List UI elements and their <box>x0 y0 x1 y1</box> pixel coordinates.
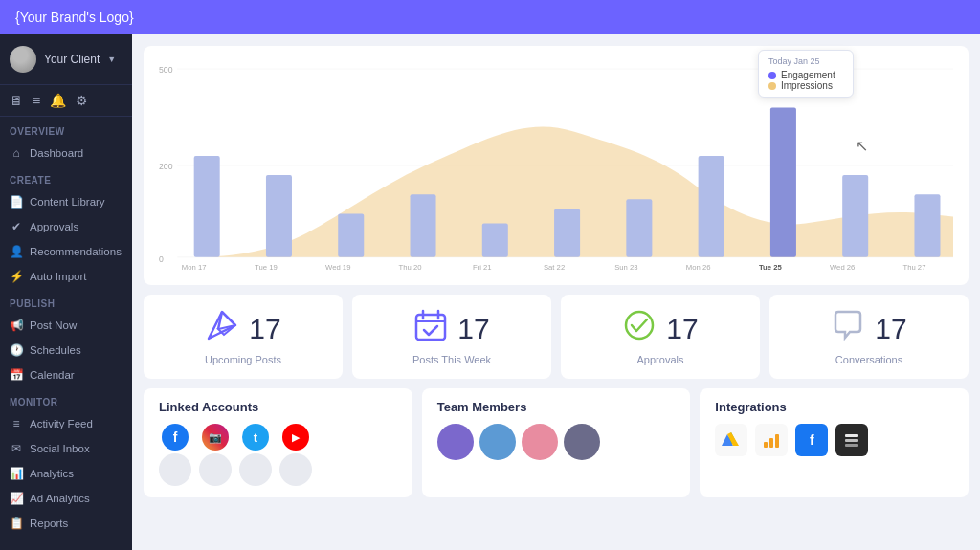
posts-week-label: Posts This Week <box>412 354 491 365</box>
clock-icon: 🕐 <box>10 343 23 357</box>
google-drive-icon[interactable] <box>715 424 747 456</box>
bar-9-active <box>770 107 796 256</box>
twitter-avatar <box>239 453 272 486</box>
sidebar-item-label: Auto Import <box>30 271 86 282</box>
sidebar-item-label: Post Now <box>30 319 77 331</box>
sidebar-item-post-now[interactable]: 📢 Post Now <box>0 313 132 338</box>
sidebar-item-schedules[interactable]: 🕐 Schedules <box>0 338 132 363</box>
calendar-icon: 📅 <box>10 368 23 382</box>
stat-main-upcoming: 17 <box>205 308 280 350</box>
sidebar-item-label: Analytics <box>30 468 74 479</box>
sidebar-item-social-inbox[interactable]: ✉ Social Inbox <box>0 436 132 461</box>
twitter-account[interactable]: t <box>239 424 272 486</box>
analytics-chart-icon[interactable] <box>755 424 788 456</box>
chart-card: 500 200 0 <box>144 46 969 285</box>
list-icon[interactable]: ≡ <box>33 93 40 108</box>
facebook-icon: f <box>162 424 189 451</box>
conversations-label: Conversations <box>835 354 902 365</box>
member-avatar-4 <box>564 424 600 460</box>
sidebar-item-dashboard[interactable]: ⌂ Dashboard <box>0 141 132 165</box>
fb-letter: f <box>810 432 814 448</box>
sidebar-item-calendar[interactable]: 📅 Calendar <box>0 363 132 387</box>
sidebar-toolbar: 🖥 ≡ 🔔 ⚙ <box>0 85 132 117</box>
svg-text:Sun 23: Sun 23 <box>614 263 638 272</box>
twitter-icon: t <box>242 424 269 451</box>
facebook-account[interactable]: f <box>159 424 191 486</box>
stat-card-approvals: 17 Approvals <box>561 295 760 379</box>
youtube-account[interactable]: ▶ <box>279 424 312 486</box>
integrations-title: Integrations <box>715 400 953 414</box>
svg-text:Fri 21: Fri 21 <box>473 263 492 272</box>
document-icon: 📄 <box>10 195 23 209</box>
bar-5 <box>482 224 508 257</box>
member-avatar-2 <box>479 424 516 460</box>
posts-week-count: 17 <box>457 313 489 345</box>
svg-text:Thu 27: Thu 27 <box>902 263 925 272</box>
svg-text:Thu 20: Thu 20 <box>399 263 423 272</box>
dropdown-arrow-icon: ▼ <box>107 55 116 64</box>
svg-rect-33 <box>845 439 858 442</box>
engagement-dot <box>768 72 776 79</box>
integrations-card: Integrations <box>700 388 969 497</box>
linked-accounts-card: Linked Accounts f 📷 t <box>144 388 412 497</box>
feed-icon: ≡ <box>10 417 23 430</box>
svg-text:500: 500 <box>159 65 173 75</box>
top-bar: {Your Brand's Logo} <box>0 0 980 34</box>
team-member-avatars <box>437 424 676 460</box>
team-members-card: Team Members <box>422 388 691 497</box>
sidebar-item-approvals[interactable]: ✔ Approvals <box>0 214 132 239</box>
stat-main-approvals: 17 <box>622 308 698 350</box>
youtube-icon: ▶ <box>282 424 309 451</box>
conversations-count: 17 <box>875 313 906 345</box>
calendar-check-icon <box>413 308 448 350</box>
sidebar-item-ad-analytics[interactable]: 📈 Ad Analytics <box>0 486 132 511</box>
bar-6 <box>554 209 580 256</box>
integration-icons: f <box>715 424 953 456</box>
stat-card-posts-week: 17 Posts This Week <box>352 295 551 379</box>
sidebar-item-content-library[interactable]: 📄 Content Library <box>0 189 132 214</box>
bar-11 <box>914 194 940 257</box>
main-content: 500 200 0 <box>132 34 980 550</box>
instagram-account[interactable]: 📷 <box>199 424 232 486</box>
sidebar-item-label: Schedules <box>30 344 81 356</box>
svg-text:200: 200 <box>159 162 173 171</box>
bar-4 <box>411 194 436 257</box>
sidebar-item-auto-import[interactable]: ⚡ Auto Import <box>0 264 132 289</box>
linked-accounts-icons: f 📷 t ▶ <box>159 424 397 486</box>
check-circle-icon: ✔ <box>10 220 23 233</box>
linked-accounts-title: Linked Accounts <box>159 400 397 414</box>
impressions-label: Impressions <box>781 80 833 91</box>
stat-main-posts-week: 17 <box>413 308 489 350</box>
stat-card-conversations: 17 Conversations <box>769 295 969 379</box>
bar-2 <box>266 175 292 257</box>
facebook-avatar <box>159 453 191 486</box>
sidebar-user[interactable]: Your Client ▼ <box>0 34 132 85</box>
chart-tooltip: Today Jan 25 Engagement Impressions <box>758 50 854 98</box>
approvals-label: Approvals <box>637 354 684 365</box>
bell-icon[interactable]: 🔔 <box>50 93 66 108</box>
svg-text:Tue 19: Tue 19 <box>255 263 278 272</box>
tooltip-engagement: Engagement <box>768 70 843 80</box>
tooltip-impressions: Impressions <box>768 80 843 91</box>
member-avatar-3 <box>522 424 558 460</box>
sidebar-item-recommendations[interactable]: 👤 Recommendations <box>0 239 132 264</box>
bar-8 <box>699 156 724 257</box>
svg-rect-32 <box>845 434 858 437</box>
settings-icon[interactable]: ⚙ <box>76 93 88 108</box>
instagram-icon: 📷 <box>202 424 229 451</box>
sidebar-item-reports[interactable]: 📋 Reports <box>0 511 132 536</box>
monitor-icon[interactable]: 🖥 <box>10 93 23 108</box>
buffer-icon[interactable] <box>835 424 868 456</box>
bar-1 <box>194 156 220 257</box>
team-members-title: Team Members <box>437 400 676 414</box>
section-publish-label: Publish <box>0 289 132 313</box>
facebook-integration-icon[interactable]: f <box>795 424 828 456</box>
sidebar-item-label: Recommendations <box>30 246 122 257</box>
svg-rect-31 <box>775 434 779 448</box>
sidebar-item-activity-feed[interactable]: ≡ Activity Feed <box>0 411 132 436</box>
sidebar-item-label: Calendar <box>30 369 75 381</box>
sidebar-item-analytics[interactable]: 📊 Analytics <box>0 461 132 486</box>
svg-rect-29 <box>764 442 768 448</box>
sidebar-item-label: Ad Analytics <box>30 493 90 504</box>
bar-10 <box>842 175 868 257</box>
